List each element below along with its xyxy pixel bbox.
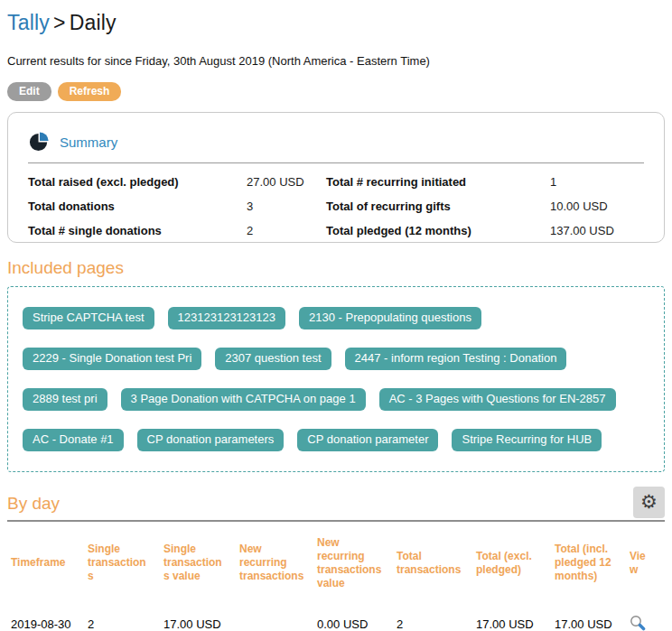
summary-row: Total raised (excl. pledged) 27.00 USD T… <box>28 170 644 194</box>
page-tag[interactable]: Stripe CAPTCHA test <box>23 307 154 329</box>
by-day-title: By day <box>7 494 60 514</box>
col-header-view: View <box>626 522 665 603</box>
cell-single-transactions: 2 <box>84 603 160 631</box>
page: Tally>Daily Current results for since Fr… <box>0 0 672 631</box>
col-header-single-transactions: Single transactions <box>84 522 160 603</box>
by-day-header: By day ⚙ <box>7 488 665 519</box>
summary-stats: Total raised (excl. pledged) 27.00 USD T… <box>28 170 644 243</box>
stat-label: Total # recurring initiated <box>326 170 550 194</box>
stat-label: Total of recurring gifts <box>326 194 550 218</box>
stat-value: 137.00 USD <box>550 218 644 243</box>
table-row: 2019-08-30 2 17.00 USD 0.00 USD 2 17.00 … <box>7 603 665 631</box>
summary-row: Total # single donations 2 Total pledged… <box>28 218 644 243</box>
page-tag[interactable]: CP donation parameter <box>297 429 438 451</box>
stat-value: 2 <box>247 218 326 243</box>
refresh-button[interactable]: Refresh <box>58 82 122 101</box>
summary-row: Total donations 3 Total of recurring gif… <box>28 194 644 218</box>
breadcrumb-tally-link[interactable]: Tally <box>7 11 50 34</box>
magnifier-icon <box>630 615 647 631</box>
stat-value: 3 <box>247 194 326 218</box>
page-tag[interactable]: 2447 - inform region Testing : Donation <box>345 348 567 370</box>
col-header-single-transactions-value: Single transactions value <box>160 522 236 603</box>
page-tag[interactable]: AC - Donate #1 <box>23 429 124 451</box>
cell-total-transactions: 2 <box>393 603 472 631</box>
cell-single-transactions-value: 17.00 USD <box>160 603 236 631</box>
cell-total-incl-pledged: 17.00 USD <box>551 603 626 631</box>
page-tag[interactable]: 2130 - Prepopulating questions <box>299 307 481 329</box>
breadcrumb-separator: > <box>50 11 70 34</box>
stat-label: Total pledged (12 months) <box>326 218 550 243</box>
page-tag[interactable]: 3 Page Donation with CATPCHA on page 1 <box>121 388 366 411</box>
col-header-new-recurring-transactions-value: New recurring transactions value <box>313 522 393 603</box>
cell-timeframe: 2019-08-30 <box>7 603 84 631</box>
col-header-total-incl-pledged: Total (incl. pledged 12 months) <box>551 522 626 603</box>
page-tag[interactable]: 2229 - Single Donation test Pri <box>23 348 201 370</box>
summary-divider <box>28 162 644 163</box>
page-title: Tally>Daily <box>7 11 665 35</box>
view-row-button[interactable] <box>630 615 647 631</box>
page-tag[interactable]: CP donation parameters <box>137 429 285 451</box>
toolbar: Edit Refresh <box>7 82 665 101</box>
cell-new-recurring-transactions-value: 0.00 USD <box>313 603 393 631</box>
by-day-table: Timeframe Single transactions Single tra… <box>7 522 665 631</box>
stat-label: Total donations <box>28 194 247 218</box>
included-pages-box: Stripe CAPTCHA test 123123123123123 2130… <box>7 286 665 472</box>
page-tag[interactable]: 2307 question test <box>215 348 331 370</box>
breadcrumb-current: Daily <box>70 11 117 34</box>
summary-title: Summary <box>60 135 117 150</box>
results-period-text: Current results for since Friday, 30th A… <box>7 54 665 68</box>
col-header-timeframe: Timeframe <box>7 522 84 603</box>
summary-card: Summary Total raised (excl. pledged) 27.… <box>7 112 665 243</box>
summary-card-header: Summary <box>28 131 644 153</box>
page-tag[interactable]: 123123123123123 <box>168 307 285 329</box>
stat-label: Total # single donations <box>28 218 247 243</box>
page-tag[interactable]: 2889 test pri <box>23 388 107 411</box>
col-header-new-recurring-transactions: New recurring transactions <box>236 522 313 603</box>
included-pages-title: Included pages <box>7 258 665 278</box>
stat-value: 10.00 USD <box>550 194 644 218</box>
stat-label: Total raised (excl. pledged) <box>28 170 247 194</box>
stat-value: 1 <box>550 170 644 194</box>
gear-icon: ⚙ <box>640 493 658 512</box>
table-header-row: Timeframe Single transactions Single tra… <box>7 522 665 603</box>
col-header-total-excl-pledged: Total (excl. pledged) <box>472 522 551 603</box>
col-header-total-transactions: Total transactions <box>393 522 472 603</box>
cell-view <box>626 603 665 631</box>
settings-button[interactable]: ⚙ <box>633 487 665 518</box>
cell-total-excl-pledged: 17.00 USD <box>472 603 551 631</box>
cell-new-recurring-transactions <box>236 603 313 631</box>
edit-button[interactable]: Edit <box>7 82 51 101</box>
pie-chart-icon <box>28 131 51 153</box>
stat-value: 27.00 USD <box>247 170 326 194</box>
page-tag[interactable]: Stripe Recurring for HUB <box>452 429 602 451</box>
page-tag[interactable]: AC - 3 Pages with Questions for EN-2857 <box>379 388 616 411</box>
